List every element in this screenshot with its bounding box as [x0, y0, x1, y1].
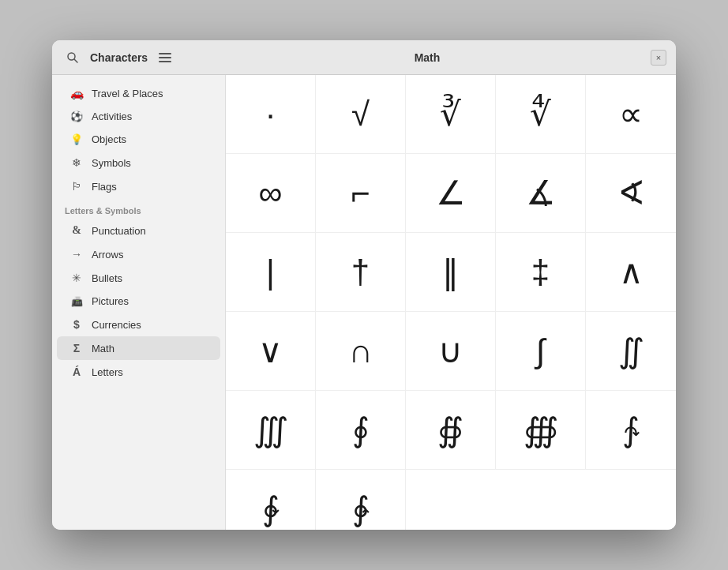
char-cell[interactable]: ∞ [226, 154, 316, 233]
bullets-icon: ✳ [69, 272, 84, 284]
sidebar-item-label: Arrows [92, 249, 123, 261]
titlebar-left: Characters [62, 47, 235, 69]
sidebar-item-activities[interactable]: ⚽ Activities [57, 105, 220, 128]
char-cell[interactable]: ∠ [406, 154, 496, 233]
sidebar-item-label: Flags [92, 181, 117, 193]
svg-line-1 [74, 59, 77, 62]
main-window: Characters Math × 🚗 Travel & Places ⚽ Ac… [52, 40, 676, 530]
sidebar-item-label: Pictures [92, 295, 129, 307]
sidebar-item-bullets[interactable]: ✳ Bullets [57, 266, 220, 290]
search-icon [66, 51, 79, 64]
letters-icon: Á [69, 366, 84, 378]
char-cell[interactable]: ∨ [226, 312, 316, 391]
sidebar-item-punctuation[interactable]: & Punctuation [57, 219, 220, 242]
char-cell[interactable]: ‖ [406, 233, 496, 312]
content-area: 🚗 Travel & Places ⚽ Activities 💡 Objects… [52, 75, 676, 530]
sidebar-item-label: Travel & Places [92, 88, 163, 99]
menu-line [159, 61, 171, 62]
math-icon: Σ [69, 342, 84, 354]
travel-icon: 🚗 [69, 87, 84, 99]
sidebar-item-symbols[interactable]: ❄ Symbols [57, 151, 220, 174]
char-cell[interactable]: ∭ [226, 391, 316, 470]
char-cell[interactable]: ∡ [496, 154, 586, 233]
currencies-icon: $ [69, 318, 84, 331]
sidebar-item-arrows[interactable]: → Arrows [57, 242, 220, 266]
char-cell[interactable]: · [226, 75, 316, 154]
sidebar-item-flags[interactable]: 🏳 Flags [57, 174, 220, 198]
titlebar-right: × [619, 50, 666, 66]
sidebar-item-pictures[interactable]: 📠 Pictures [57, 290, 220, 313]
char-cell[interactable]: ⌐ [316, 154, 406, 233]
char-cell[interactable]: √ [316, 75, 406, 154]
char-cell[interactable]: ∳ [316, 470, 406, 530]
char-cell[interactable]: ∜ [496, 75, 586, 154]
sidebar-item-label: Objects [92, 133, 126, 145]
punctuation-icon: & [69, 224, 84, 237]
search-button[interactable] [62, 47, 84, 69]
sidebar-item-letters[interactable]: Á Letters [57, 360, 220, 384]
activities-icon: ⚽ [69, 111, 84, 122]
menu-line [159, 53, 171, 54]
char-cell[interactable]: ∫ [496, 312, 586, 391]
close-button[interactable]: × [651, 50, 666, 66]
char-cell[interactable]: ‡ [496, 233, 586, 312]
sidebar-item-travel[interactable]: 🚗 Travel & Places [57, 81, 220, 105]
char-cell[interactable]: ∰ [496, 391, 586, 470]
sidebar-item-currencies[interactable]: $ Currencies [57, 313, 220, 336]
sidebar-item-label: Math [92, 343, 114, 354]
char-cell[interactable]: ∯ [406, 391, 496, 470]
char-cell[interactable]: † [316, 233, 406, 312]
char-cell[interactable]: ∩ [316, 312, 406, 391]
arrows-icon: → [69, 248, 84, 261]
titlebar: Characters Math × [52, 40, 676, 75]
char-cell[interactable]: ∬ [586, 312, 676, 391]
sidebar-item-label: Letters [92, 366, 123, 378]
sidebar-item-label: Currencies [92, 319, 141, 331]
char-cell[interactable]: ∧ [586, 233, 676, 312]
sidebar-item-label: Punctuation [92, 225, 146, 237]
characters-grid: ·√∛∜∝∞⌐∠∡∢|†‖‡∧∨∩∪∫∬∭∮∯∰∱∲∳ [226, 75, 676, 530]
window-title: Math [235, 51, 619, 64]
char-cell[interactable]: | [226, 233, 316, 312]
flags-icon: 🏳 [69, 180, 84, 193]
char-cell[interactable]: ∮ [316, 391, 406, 470]
sidebar-item-label: Activities [92, 111, 132, 122]
char-cell[interactable]: ∱ [586, 391, 676, 470]
char-cell[interactable]: ∲ [226, 470, 316, 530]
menu-button[interactable] [154, 47, 176, 69]
sidebar-item-math[interactable]: Σ Math [57, 336, 220, 360]
symbols-icon: ❄ [69, 156, 84, 169]
sidebar: 🚗 Travel & Places ⚽ Activities 💡 Objects… [52, 75, 226, 530]
char-cell[interactable]: ∝ [586, 75, 676, 154]
char-cell[interactable]: ∢ [586, 154, 676, 233]
sidebar-item-label: Bullets [92, 272, 122, 284]
char-cell[interactable]: ∛ [406, 75, 496, 154]
menu-line [159, 57, 171, 58]
app-title: Characters [90, 51, 148, 64]
sidebar-item-objects[interactable]: 💡 Objects [57, 128, 220, 151]
sidebar-item-label: Symbols [92, 157, 131, 169]
objects-icon: 💡 [69, 133, 84, 145]
char-cell[interactable]: ∪ [406, 312, 496, 391]
section-label-letters-symbols: Letters & Symbols [52, 198, 225, 219]
pictures-icon: 📠 [69, 296, 84, 307]
